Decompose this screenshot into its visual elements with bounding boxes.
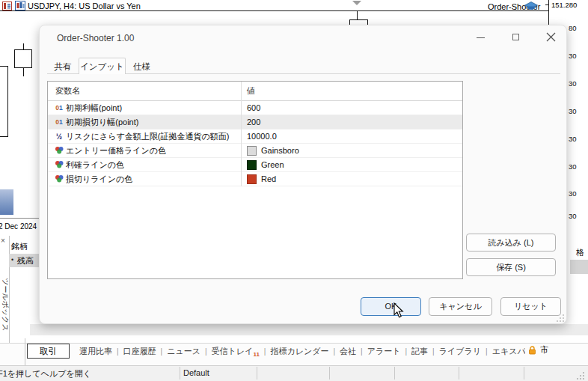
tab-mailbox[interactable]: 受信トレイ11	[209, 346, 263, 357]
candle-wick	[23, 43, 24, 49]
balance-bullet: •	[11, 256, 13, 263]
toolbox-tabs: 運用比率 | 口座履歴 | ニュース | 受信トレイ11 | 指標カレンダー |…	[76, 344, 525, 358]
tab-inputs[interactable]: インプット	[79, 58, 126, 74]
color-swatch[interactable]	[247, 174, 257, 184]
ok-button[interactable]: OK	[361, 297, 421, 316]
int-type-icon: 01	[52, 104, 66, 112]
panel-close-icon[interactable]: ×	[1, 237, 5, 245]
save-button[interactable]: 保存 (S)	[466, 258, 556, 276]
maximize-icon[interactable]	[512, 34, 519, 40]
candle-body	[0, 66, 8, 137]
tab-separator: |	[159, 347, 165, 356]
param-name: 初期損切り幅(point)	[66, 117, 138, 128]
chart-right-border	[548, 0, 549, 25]
tab-separator: |	[404, 347, 409, 356]
market-tab[interactable]: 市	[528, 344, 548, 356]
tab-separator: |	[359, 347, 364, 356]
color-swatch[interactable]	[247, 146, 257, 156]
scale-tick: 30	[569, 212, 588, 220]
status-divider	[180, 367, 180, 380]
int-type-icon: 01	[52, 118, 66, 126]
tab-separator: |	[203, 347, 209, 356]
mailbox-badge: 11	[253, 351, 259, 358]
dialog-title: Order-Shooter 1.00	[57, 33, 134, 43]
chart-window-icon[interactable]	[15, 1, 25, 10]
status-divider	[459, 367, 459, 380]
mouse-cursor	[393, 302, 405, 319]
cancel-button[interactable]: キャンセル	[429, 297, 492, 316]
param-value[interactable]: 200	[247, 118, 260, 127]
table-row[interactable]: 損切りラインの色 Red	[48, 172, 462, 186]
table-row[interactable]: 利確ラインの色 Green	[48, 158, 462, 172]
close-icon[interactable]	[546, 32, 556, 42]
tab-news[interactable]: ニュース	[164, 346, 203, 357]
tab-exposure[interactable]: 運用比率	[76, 346, 115, 357]
scale-tick: 30	[569, 135, 588, 143]
navigator-fragment	[0, 189, 13, 215]
window-resize-grip[interactable]	[576, 371, 585, 380]
mt5-window: USDJPY, H4: US Dollar vs Yen Order-Shoot…	[0, 0, 588, 381]
color-type-icon	[52, 146, 66, 156]
tab-alerts[interactable]: アラート	[364, 346, 404, 357]
tab-calendar[interactable]: 指標カレンダー	[267, 346, 331, 357]
table-row[interactable]: エントリー価格ラインの色 Gainsboro	[48, 144, 462, 158]
param-name: 初期利幅(point)	[66, 103, 122, 114]
market-tab-label: 市	[540, 344, 548, 356]
candle-wick	[23, 68, 24, 76]
tab-separator: |	[115, 347, 120, 356]
param-value[interactable]: Red	[261, 174, 276, 183]
scale-tick: 30	[569, 52, 588, 60]
param-name: エントリー価格ラインの色	[66, 145, 166, 156]
status-divider	[394, 367, 395, 380]
tab-about[interactable]: 仕様	[126, 59, 158, 74]
header-variable: 変数名	[48, 85, 241, 97]
profile-selector[interactable]: Default	[183, 368, 209, 377]
status-divider	[257, 367, 257, 380]
status-divider	[329, 367, 330, 380]
scale-tick: 30	[569, 189, 588, 198]
tab-common[interactable]: 共有	[47, 59, 79, 74]
minimize-icon[interactable]	[477, 37, 485, 38]
color-type-icon	[52, 160, 66, 170]
tab-separator: |	[263, 347, 268, 356]
price-marker-tick	[545, 4, 548, 5]
table-row[interactable]: 01 初期利幅(point) 600	[48, 101, 462, 115]
panel-top-border	[0, 218, 39, 219]
tab-trade[interactable]: 取引	[27, 344, 70, 359]
param-value[interactable]: 600	[247, 103, 260, 112]
chart-list-icon[interactable]	[2, 1, 12, 10]
load-button[interactable]: 読み込み (L)	[466, 234, 556, 252]
row-highlight-fragment	[570, 260, 588, 274]
tab-articles[interactable]: 記事	[408, 346, 431, 357]
balance-row-label[interactable]: 残高	[17, 255, 34, 266]
tab-company[interactable]: 会社	[337, 346, 359, 357]
param-value[interactable]: Gainsboro	[261, 146, 299, 155]
price-marker: 151.280	[551, 1, 577, 9]
status-divider	[524, 367, 524, 380]
price-column-fragment: 格	[576, 247, 584, 258]
dialog-resize-grip[interactable]	[556, 314, 565, 323]
param-value[interactable]: 10000.0	[247, 132, 277, 141]
table-row[interactable]: 01 初期損切り幅(point) 200	[48, 115, 462, 129]
tab-library[interactable]: ライブラリ	[436, 346, 484, 357]
scale-tick: 80	[569, 24, 588, 32]
lock-icon	[528, 346, 536, 355]
table-row[interactable]: ½ リスクにさらす金額上限(証拠金通貨の額面) 10000.0	[48, 129, 462, 144]
tab-experts[interactable]: エキスパート	[489, 346, 525, 357]
reset-button[interactable]: リセット	[500, 297, 561, 316]
param-value[interactable]: Green	[261, 160, 284, 169]
parameters-table: 変数名 値 01 初期利幅(point) 600 01 初期損切り幅(point…	[47, 81, 463, 279]
toolbox-vertical-tab[interactable]: ツールボックス	[0, 274, 10, 335]
param-name: 利確ラインの色	[66, 159, 124, 171]
tab-history[interactable]: 口座履歴	[120, 346, 159, 357]
chart-top-border	[0, 10, 549, 11]
tab-separator: |	[431, 347, 436, 356]
symbol-column-header: 銘柄	[11, 241, 28, 252]
double-type-icon: ½	[52, 132, 66, 141]
param-name: リスクにさらす金額上限(証拠金通貨の額面)	[66, 131, 229, 142]
color-swatch[interactable]	[247, 160, 257, 170]
time-marker-icon	[352, 1, 361, 5]
order-shooter-dialog: Order-Shooter 1.00 共有 インプット 仕様 変数名 値 01 …	[39, 25, 567, 324]
scale-tick: 30	[569, 162, 588, 171]
status-help-text: F1を押してヘルプを開く	[0, 368, 91, 380]
